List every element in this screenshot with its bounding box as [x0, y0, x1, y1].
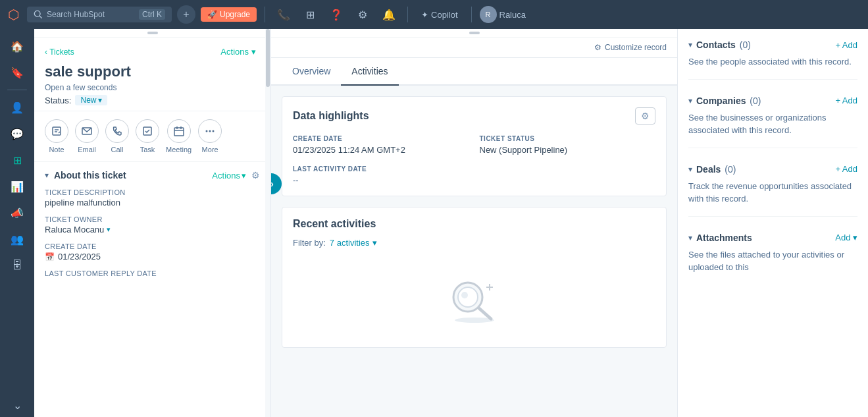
header-actions-button[interactable]: Actions ▾ — [217, 45, 260, 58]
create-date-highlight-label: CREATE DATE — [293, 135, 469, 142]
ticket-subtitle: Open a few seconds — [45, 83, 260, 92]
settings-icon-button[interactable]: ⚙ — [352, 4, 373, 25]
user-menu[interactable]: R Raluca — [480, 6, 526, 23]
action-buttons-row: Note Email Call — [34, 111, 270, 162]
companies-count: (0) — [750, 96, 761, 106]
deals-add-button[interactable]: + Add — [835, 164, 857, 174]
sidebar-marketing-icon[interactable]: 📣 — [5, 201, 29, 225]
ticket-description-field: Ticket description pipeline malfunction — [45, 188, 260, 208]
about-actions-button[interactable]: Actions ▾ — [212, 171, 246, 181]
meeting-icon — [167, 119, 191, 143]
user-name: Raluca — [499, 10, 526, 20]
sidebar-users-icon[interactable]: 👥 — [5, 227, 29, 251]
sidebar-reports-icon[interactable]: 📊 — [5, 175, 29, 198]
last-activity-highlight-label: LAST ACTIVITY DATE — [293, 165, 469, 173]
filter-activities-button[interactable]: 7 activities ▾ — [330, 238, 377, 248]
ticket-owner-label: Ticket owner — [45, 215, 260, 223]
owner-dropdown-icon[interactable]: ▾ — [107, 225, 111, 234]
sidebar-grid-icon[interactable]: ⊞ — [5, 148, 29, 172]
last-activity-highlight: LAST ACTIVITY DATE -- — [293, 165, 469, 185]
more-icon — [198, 119, 222, 143]
tab-overview-label: Overview — [292, 66, 330, 76]
center-top-bar: ⚙ Customize record — [271, 38, 677, 58]
companies-section-title: Companies (0) — [696, 96, 761, 106]
call-action-button[interactable]: Call — [105, 119, 129, 153]
copilot-label: Copilot — [431, 10, 457, 20]
contacts-toggle-icon[interactable]: ▾ — [688, 40, 692, 49]
about-toggle-icon[interactable]: ▾ — [45, 171, 49, 180]
companies-section: ▾ Companies (0) + Add See the businesses… — [688, 96, 857, 148]
svg-line-18 — [479, 308, 491, 319]
tab-activities[interactable]: Activities — [341, 58, 398, 86]
about-actions: Actions ▾ ⚙ — [212, 170, 260, 181]
svg-point-13 — [209, 130, 211, 132]
help-icon-button[interactable]: ❓ — [326, 4, 347, 25]
sidebar-chat-icon[interactable]: 💬 — [5, 122, 29, 146]
meeting-action-button[interactable]: Meeting — [166, 119, 191, 153]
copilot-button[interactable]: ✦ Copilot — [416, 7, 463, 22]
about-actions-chevron-icon: ▾ — [242, 171, 246, 181]
deals-section-header: ▾ Deals (0) + Add — [688, 164, 857, 175]
about-actions-label: Actions — [212, 171, 240, 181]
task-icon — [136, 119, 159, 143]
ticket-status-highlight-label: TICKET STATUS — [480, 135, 656, 142]
back-to-tickets-link[interactable]: ‹ Tickets — [45, 47, 74, 57]
email-action-button[interactable]: Email — [75, 119, 99, 153]
phone-icon-button[interactable]: 📞 — [273, 4, 294, 25]
ticket-status-highlight-value: New (Support Pipeline) — [480, 145, 656, 155]
create-date-value-row: 📅 01/23/2025 — [45, 252, 260, 262]
tab-overview[interactable]: Overview — [282, 58, 341, 86]
deals-toggle-icon[interactable]: ▾ — [688, 165, 692, 174]
recent-activities-title: Recent activities — [293, 218, 376, 230]
sidebar-contacts-icon[interactable]: 👤 — [5, 96, 29, 119]
add-new-button[interactable]: + — [177, 5, 195, 24]
about-gear-icon[interactable]: ⚙ — [251, 170, 260, 181]
attachments-toggle-icon[interactable]: ▾ — [688, 233, 692, 242]
about-header: ▾ About this ticket Actions ▾ ⚙ — [45, 170, 260, 181]
grid-icon-button[interactable]: ⊞ — [299, 4, 320, 25]
data-highlights-header: Data highlights ⚙ — [293, 107, 655, 125]
sidebar-database-icon[interactable]: 🗄 — [5, 254, 29, 277]
ticket-owner-value: Raluca Mocanu — [45, 225, 104, 235]
svg-line-5 — [59, 132, 60, 133]
nav-divider-3 — [471, 7, 472, 22]
back-chevron-icon: ‹ — [45, 47, 47, 57]
attachments-add-button[interactable]: Add ▾ — [835, 233, 857, 242]
more-action-button[interactable]: More — [198, 119, 222, 153]
email-label: Email — [78, 146, 96, 153]
notifications-icon-button[interactable]: 🔔 — [378, 4, 399, 25]
header-actions-chevron-icon: ▾ — [251, 47, 256, 57]
data-highlights-settings-button[interactable]: ⚙ — [635, 107, 655, 125]
status-badge[interactable]: New ▾ — [75, 95, 107, 105]
empty-state-illustration — [445, 274, 504, 323]
tabs-bar: Overview Activities — [271, 58, 677, 86]
ticket-owner-field: Ticket owner Raluca Mocanu ▾ — [45, 215, 260, 235]
filter-chevron-icon: ▾ — [372, 238, 377, 248]
contacts-section-header: ▾ Contacts (0) + Add — [688, 40, 857, 50]
search-bar[interactable]: Search HubSpot Ctrl K — [27, 7, 172, 22]
companies-toggle-icon[interactable]: ▾ — [688, 96, 692, 105]
note-action-button[interactable]: Note — [45, 119, 68, 153]
task-action-button[interactable]: Task — [136, 119, 159, 153]
breadcrumb: ‹ Tickets Actions ▾ — [45, 45, 260, 58]
scroll-top-indicator — [34, 29, 270, 38]
ticket-owner-value-row: Raluca Mocanu ▾ — [45, 225, 260, 235]
data-highlights-title: Data highlights — [293, 110, 369, 122]
nav-divider-2 — [407, 7, 408, 22]
upgrade-button[interactable]: 🚀 Upgrade — [201, 7, 257, 22]
recent-activities-header: Recent activities — [293, 218, 655, 230]
customize-gear-icon: ⚙ — [594, 43, 601, 52]
contacts-add-button[interactable]: + Add — [835, 40, 857, 50]
sidebar-bookmark-icon[interactable]: 🔖 — [5, 61, 29, 84]
empty-activities-state — [293, 261, 655, 337]
customize-record-button[interactable]: ⚙ Customize record — [594, 43, 667, 52]
note-icon — [45, 119, 68, 143]
task-label: Task — [140, 146, 155, 153]
sidebar-home-icon[interactable]: 🏠 — [5, 34, 29, 58]
ticket-status-row: Status: New ▾ — [45, 95, 260, 105]
data-highlights-fields: CREATE DATE 01/23/2025 11:24 AM GMT+2 TI… — [293, 135, 655, 185]
sidebar-collapse-icon[interactable]: ⌄ — [5, 393, 29, 417]
main-layout: ‹ Tickets Actions ▾ sale support Open a … — [34, 29, 868, 417]
companies-add-button[interactable]: + Add — [835, 96, 857, 105]
right-panel: ▾ Contacts (0) + Add See the people asso… — [677, 29, 868, 417]
